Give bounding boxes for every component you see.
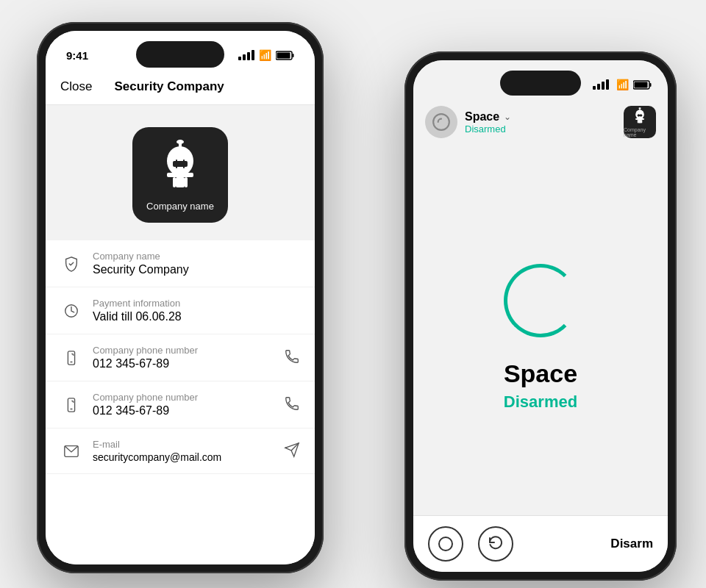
svg-rect-1 [293, 54, 294, 57]
refresh-icon-button[interactable] [478, 526, 513, 562]
company-name-value: Security Company [93, 263, 300, 276]
phone1-label: Company phone number [93, 345, 284, 356]
shield-icon [60, 253, 82, 275]
space-logo-circle [425, 106, 457, 138]
right-phone: 📶 [404, 51, 677, 581]
wifi-icon: 📶 [259, 49, 271, 61]
info-item-phone2[interactable]: Company phone number 012 345-67-89 [46, 381, 315, 429]
phone-device-icon [60, 347, 82, 369]
battery-icon [276, 51, 294, 60]
close-button[interactable]: Close [60, 79, 92, 94]
right-main: Space Disarmed [413, 146, 668, 515]
space-info: Space ⌄ Disarmed [465, 110, 624, 135]
dynamic-island-left [136, 41, 224, 68]
email-value: securitycompany@mail.com [93, 451, 284, 463]
payment-label: Payment information [93, 298, 300, 309]
nav-bar: Close Security Company [46, 69, 315, 105]
chevron-down-icon: ⌄ [504, 112, 511, 122]
svg-rect-29 [638, 114, 643, 116]
svg-rect-14 [68, 351, 74, 364]
phone2-value: 012 345-67-89 [93, 404, 284, 417]
space-logo-icon [432, 112, 451, 132]
info-item-email[interactable]: E-mail securitycompany@mail.com [46, 429, 315, 474]
company-badge[interactable]: Company name [624, 106, 656, 138]
space-name: Space [465, 110, 499, 123]
status-icons: 📶 [238, 49, 294, 61]
svg-rect-7 [176, 177, 185, 187]
space-main-status: Disarmed [504, 392, 577, 412]
battery-right-icon [633, 80, 652, 90]
info-list: Company name Security Company Payment in… [46, 240, 315, 564]
disarm-button[interactable]: Disarm [610, 537, 653, 551]
svg-rect-30 [638, 114, 639, 117]
svg-rect-4 [167, 173, 193, 177]
call-action-2[interactable] [284, 395, 300, 415]
payment-content: Payment information Valid till 06.06.28 [93, 298, 300, 323]
wifi-right-icon: 📶 [616, 79, 629, 90]
home-icon-button[interactable] [428, 526, 463, 562]
svg-rect-9 [176, 159, 177, 168]
svg-rect-25 [635, 118, 644, 119]
space-main-name: Space [504, 359, 577, 388]
info-item-company-name[interactable]: Company name Security Company [46, 240, 315, 287]
phone1-content: Company phone number 012 345-67-89 [93, 345, 284, 370]
nav-title: Security Company [114, 79, 224, 94]
svg-rect-10 [183, 159, 185, 168]
dynamic-island-right [500, 71, 581, 96]
company-badge-icon [630, 107, 649, 126]
company-header: Company name [46, 105, 315, 240]
space-status-small: Disarmed [465, 123, 624, 135]
signal-bars-right-icon [593, 79, 609, 90]
svg-rect-23 [635, 82, 648, 87]
svg-rect-27 [641, 119, 642, 123]
info-item-phone1[interactable]: Company phone number 012 345-67-89 [46, 334, 315, 381]
company-name-label: Company name [93, 251, 300, 262]
phone-device2-icon [60, 394, 82, 416]
svg-point-33 [638, 107, 641, 109]
svg-rect-8 [173, 161, 188, 167]
svg-rect-22 [650, 83, 652, 87]
svg-rect-2 [277, 52, 290, 58]
svg-rect-31 [641, 114, 641, 117]
company-logo-box: Company name [132, 127, 228, 223]
svg-point-12 [176, 140, 184, 144]
email-content: E-mail securitycompany@mail.com [93, 439, 284, 463]
svg-point-34 [439, 537, 452, 551]
phone2-label: Company phone number [93, 392, 284, 403]
payment-value: Valid till 06.06.28 [93, 310, 300, 323]
phone1-value: 012 345-67-89 [93, 357, 284, 370]
space-name-row[interactable]: Space ⌄ [465, 110, 624, 123]
status-spinner [504, 264, 577, 337]
payment-icon [60, 300, 82, 322]
company-logo-icon [151, 139, 210, 198]
right-bottom-bar: Disarm [413, 515, 668, 572]
svg-rect-28 [638, 119, 641, 123]
phone2-content: Company phone number 012 345-67-89 [93, 392, 284, 417]
email-label: E-mail [93, 439, 284, 450]
right-top-bar: Space ⌄ Disarmed [413, 98, 668, 146]
svg-rect-6 [185, 177, 188, 187]
call-action-1[interactable] [284, 348, 300, 368]
email-icon [60, 440, 82, 462]
company-name-content: Company name Security Company [93, 251, 300, 276]
signal-bars-icon [238, 50, 254, 60]
company-badge-label: Company name [624, 127, 656, 137]
svg-rect-26 [638, 119, 638, 123]
left-phone: 9:41 📶 [37, 22, 324, 573]
svg-rect-5 [173, 177, 176, 187]
svg-rect-16 [68, 398, 74, 411]
status-time: 9:41 [66, 49, 88, 62]
info-item-payment[interactable]: Payment information Valid till 06.06.28 [46, 287, 315, 334]
email-action[interactable] [284, 442, 300, 461]
company-logo-label: Company name [146, 201, 214, 212]
